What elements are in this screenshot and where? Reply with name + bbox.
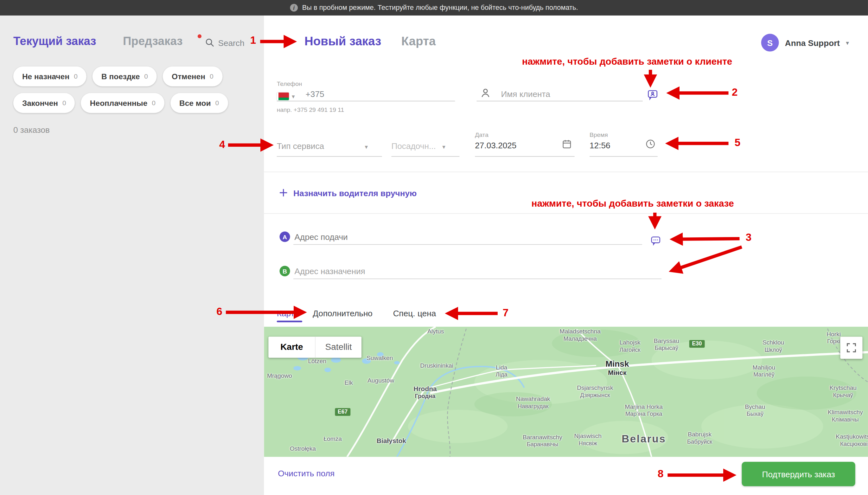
clear-fields-button[interactable]: Очистить поля bbox=[278, 468, 334, 478]
order-filter-chips: Не назначен 0 В поездке 0 Отменен 0 Зако… bbox=[13, 67, 261, 113]
client-name-input[interactable]: Имя клиента bbox=[501, 89, 550, 99]
person-icon bbox=[479, 87, 491, 99]
date-input[interactable]: 27.03.2025 bbox=[475, 141, 516, 150]
map-label-name: Mrągowo bbox=[267, 372, 292, 379]
map-type-control: Karte Satellit bbox=[268, 337, 362, 357]
phone-input[interactable]: +375 bbox=[306, 89, 324, 99]
time-label: Время bbox=[590, 131, 608, 138]
filter-chip[interactable]: Отменен 0 bbox=[163, 67, 222, 86]
filter-chip[interactable]: Все мои 0 bbox=[170, 93, 228, 113]
map-label-native-name: Ліда bbox=[496, 371, 507, 378]
tab-map[interactable]: Карта bbox=[401, 34, 436, 49]
map-label: Augustów bbox=[367, 377, 394, 385]
filter-chip[interactable]: Закончен 0 bbox=[13, 93, 75, 113]
map-label: Hrodna Гродна bbox=[413, 385, 436, 399]
tab-preorder[interactable]: Предзаказ bbox=[123, 34, 183, 48]
order-note-icon[interactable] bbox=[650, 235, 661, 246]
chevron-down-icon[interactable]: ▾ bbox=[442, 143, 446, 151]
subtab-special-price[interactable]: Спец. цена bbox=[393, 308, 436, 318]
map-label-name: Schklou bbox=[763, 339, 784, 346]
map-label: Horki Горкі bbox=[827, 330, 841, 344]
pickup-address-input[interactable]: Адрес подачи bbox=[295, 232, 348, 241]
map-label: Kastjukowitschy Касцюковічы bbox=[836, 433, 868, 447]
map-type-map-button[interactable]: Karte bbox=[268, 337, 315, 357]
belarus-flag-icon[interactable] bbox=[277, 92, 289, 100]
map-label-native-name: Маладзечна bbox=[560, 335, 601, 342]
subtab-additional[interactable]: Дополнительно bbox=[313, 308, 372, 318]
map-type-satellite-button[interactable]: Satellit bbox=[315, 337, 362, 357]
map-label-name: Suwalken bbox=[366, 354, 393, 362]
map-label-name: Dsjarschynsk bbox=[577, 385, 613, 392]
chevron-down-icon[interactable]: ▾ bbox=[292, 93, 295, 100]
map-label-name: Elk bbox=[345, 379, 353, 387]
map-label: Baryssau Барысаў bbox=[654, 337, 679, 351]
tab-new-order[interactable]: Новый заказ bbox=[305, 34, 381, 49]
tab-current-order[interactable]: Текущий заказ bbox=[13, 34, 96, 48]
map-label: Minsk Мінск bbox=[605, 359, 629, 376]
map-canvas[interactable]: Karte Satellit Alytus Maladsetschna Мала… bbox=[264, 327, 868, 457]
map-label-native-name: Нясвіж bbox=[574, 440, 602, 446]
calendar-icon[interactable] bbox=[561, 138, 572, 150]
map-label-name: Hrodna bbox=[413, 385, 436, 393]
submit-order-button[interactable]: Подтвердить заказ bbox=[742, 462, 855, 486]
map-label-name: Maladsetschna bbox=[560, 328, 601, 335]
map-label-native-name: Касцюковічы bbox=[836, 440, 868, 447]
user-menu[interactable]: S Anna Support ▾ bbox=[761, 34, 849, 52]
search-label: Search bbox=[218, 38, 244, 48]
filter-chip-label: Закончен bbox=[22, 99, 58, 107]
sidebar: Текущий заказ Предзаказ Search Не назнач… bbox=[0, 16, 264, 495]
destination-address-input[interactable]: Адрес назначения bbox=[295, 266, 365, 276]
divider bbox=[264, 213, 868, 214]
map-label-native-name: Мінск bbox=[605, 369, 629, 376]
map-label-native-name: Клімавічы bbox=[828, 416, 863, 423]
service-type-underline bbox=[277, 156, 382, 157]
phone-label: Телефон bbox=[277, 80, 302, 87]
map-label-name: Nawahradak bbox=[516, 395, 550, 403]
client-note-icon[interactable] bbox=[646, 89, 659, 101]
map-label-name: Belarus bbox=[622, 433, 666, 445]
map-label: Suwalken bbox=[366, 354, 393, 362]
time-input[interactable]: 12:56 bbox=[590, 141, 610, 150]
map-label: Łomża bbox=[324, 435, 342, 442]
map-label: Ostrołęka bbox=[290, 445, 316, 453]
seats-underline bbox=[391, 156, 459, 157]
filter-chip-label: Отменен bbox=[172, 72, 205, 81]
filter-chip[interactable]: Неоплаченные 0 bbox=[81, 93, 164, 113]
map-label: Baranawitschy Баранавічы bbox=[523, 433, 562, 447]
map-label-name: Łomża bbox=[324, 435, 342, 442]
map-label: Elk bbox=[345, 379, 353, 387]
map-label-native-name: Крычаў bbox=[830, 391, 856, 398]
map-label-name: Baryssau bbox=[654, 337, 679, 344]
map-label-name: Mahiljou bbox=[753, 364, 776, 371]
client-name-underline bbox=[477, 101, 643, 101]
map-label: Dsjarschynsk Дзяржынск bbox=[577, 385, 613, 398]
map-label: Schklou Шклоў bbox=[763, 339, 784, 353]
filter-chip-count: 0 bbox=[144, 72, 148, 80]
map-label: Marjina Horka Мар'іна Горка bbox=[625, 403, 663, 417]
divider bbox=[264, 172, 868, 172]
chevron-down-icon[interactable]: ▾ bbox=[365, 143, 368, 151]
app: i Вы в пробном режиме. Тестируйте любые … bbox=[0, 0, 868, 495]
fullscreen-button[interactable] bbox=[840, 337, 863, 359]
filter-chip[interactable]: Не назначен 0 bbox=[13, 67, 86, 86]
clock-icon[interactable] bbox=[645, 138, 656, 150]
map-label: Lötzen bbox=[308, 358, 326, 365]
assign-driver-button[interactable]: Назначить водителя вручную bbox=[278, 187, 417, 199]
filter-chip-label: Не назначен bbox=[22, 72, 69, 81]
subtab-map[interactable]: Карта bbox=[277, 308, 299, 318]
seats-select[interactable]: Посадочн... bbox=[391, 141, 436, 151]
phone-underline bbox=[277, 101, 455, 101]
trial-banner-text: Вы в пробном режиме. Тестируйте любые фу… bbox=[302, 4, 578, 12]
search-button[interactable]: Search bbox=[205, 38, 245, 48]
map-label-name: E30 bbox=[692, 341, 702, 347]
map-label: Babrujsk Бабруйск bbox=[687, 431, 712, 445]
pickup-underline bbox=[293, 244, 642, 245]
map-label: Bychau Быхаў bbox=[745, 403, 765, 417]
service-type-select[interactable]: Тип сервиса bbox=[277, 141, 324, 151]
map-label-native-name: Баранавічы bbox=[523, 441, 562, 448]
destination-marker: B bbox=[279, 266, 290, 276]
filter-chip[interactable]: В поездке 0 bbox=[92, 67, 157, 86]
map-label: Mahiljou Магілёў bbox=[753, 364, 776, 378]
plus-icon bbox=[278, 187, 289, 199]
map-label-native-name: Лагойск bbox=[619, 346, 640, 353]
